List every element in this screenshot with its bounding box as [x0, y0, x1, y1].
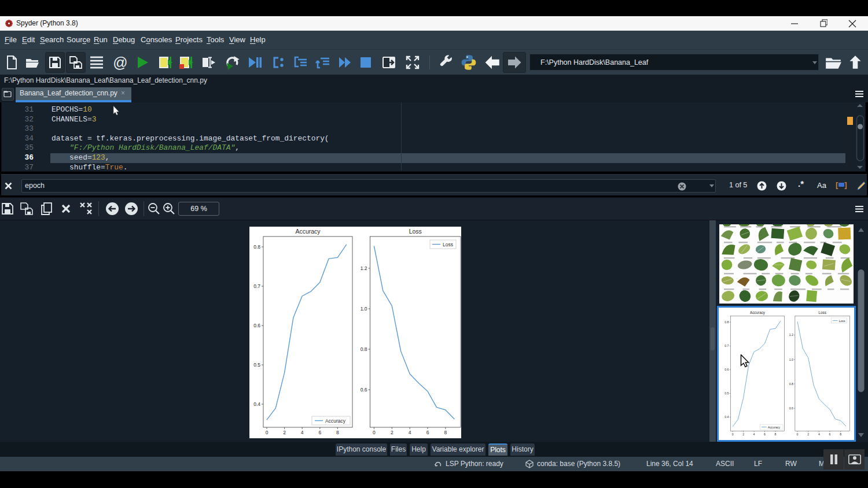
svg-text:0.5: 0.5 [724, 391, 729, 395]
svg-text:0.4: 0.4 [253, 401, 260, 407]
svg-text:1.0: 1.0 [789, 358, 793, 361]
svg-text:4: 4 [753, 432, 755, 436]
svg-text:0: 0 [797, 432, 799, 436]
svg-text:2: 2 [742, 432, 744, 436]
svg-text:1.0: 1.0 [361, 306, 367, 312]
svg-text:6: 6 [318, 430, 321, 435]
svg-text:1.2: 1.2 [789, 333, 793, 337]
svg-text:8: 8 [336, 430, 339, 435]
svg-text:0.8: 0.8 [253, 244, 260, 250]
svg-text:0.5: 0.5 [253, 362, 260, 368]
svg-text:Loss: Loss [409, 228, 422, 235]
svg-text:0.7: 0.7 [724, 344, 729, 347]
svg-text:0.6: 0.6 [724, 368, 729, 371]
svg-text:0.8: 0.8 [724, 320, 729, 324]
svg-text:0: 0 [373, 430, 376, 435]
svg-text:Accuracy: Accuracy [325, 418, 346, 424]
svg-text:6: 6 [426, 430, 429, 435]
svg-text:Loss: Loss [443, 242, 453, 247]
svg-text:0.8: 0.8 [361, 346, 367, 352]
svg-text:Loss: Loss [839, 319, 845, 323]
svg-text:0.6: 0.6 [789, 406, 793, 410]
svg-text:4: 4 [818, 432, 820, 436]
svg-text:Loss: Loss [818, 310, 826, 315]
svg-text:8: 8 [840, 432, 841, 436]
svg-text:2: 2 [391, 430, 393, 435]
svg-text:Accuracy: Accuracy [768, 426, 781, 429]
svg-text:1.2: 1.2 [361, 265, 367, 271]
svg-text:0.8: 0.8 [789, 382, 793, 386]
svg-text:2: 2 [807, 432, 809, 436]
svg-text:6: 6 [764, 432, 766, 436]
svg-text:8: 8 [444, 430, 447, 435]
svg-text:0.6: 0.6 [361, 387, 367, 393]
svg-text:4: 4 [301, 430, 304, 435]
svg-text:Accuracy: Accuracy [750, 310, 766, 315]
svg-text:2: 2 [283, 430, 286, 435]
svg-text:0: 0 [732, 432, 734, 436]
svg-text:Accuracy: Accuracy [295, 228, 321, 235]
svg-text:0.4: 0.4 [724, 415, 729, 419]
svg-text:0.6: 0.6 [253, 323, 260, 328]
svg-text:0: 0 [266, 430, 269, 435]
svg-text:4: 4 [409, 430, 411, 435]
svg-text:6: 6 [829, 432, 831, 436]
svg-text:0.7: 0.7 [253, 283, 260, 289]
svg-text:8: 8 [775, 432, 777, 436]
